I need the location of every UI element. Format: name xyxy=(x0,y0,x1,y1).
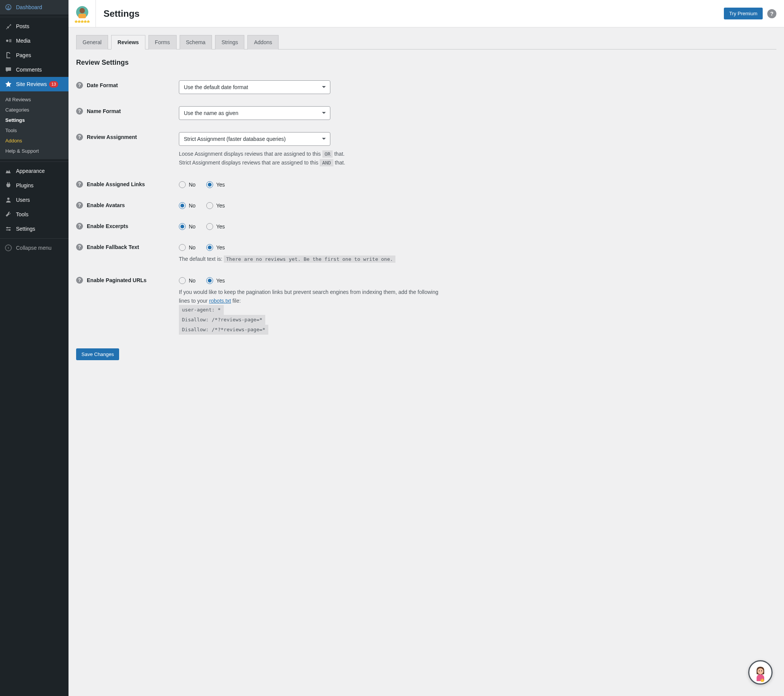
radio-no[interactable]: No xyxy=(179,223,196,230)
radio-no[interactable]: No xyxy=(179,244,196,251)
sidebar-item-posts[interactable]: Posts xyxy=(0,19,69,33)
svg-point-1 xyxy=(7,198,10,200)
collapse-icon xyxy=(5,244,12,252)
sidebar-item-dashboard[interactable]: Dashboard xyxy=(0,0,69,15)
tab-reviews[interactable]: Reviews xyxy=(111,35,145,49)
sidebar-item-label: Media xyxy=(16,38,30,44)
sidebar-item-label: Site Reviews xyxy=(16,81,47,87)
section-title: Review Settings xyxy=(76,59,776,67)
radio-no[interactable]: No xyxy=(179,277,196,284)
help-tooltip-icon[interactable]: ? xyxy=(76,244,83,251)
radio-input-no[interactable] xyxy=(179,223,186,230)
help-tooltip-icon[interactable]: ? xyxy=(76,82,83,89)
try-premium-button[interactable]: Try Premium xyxy=(724,8,763,20)
setting-label: Enable Assigned Links xyxy=(87,181,145,187)
submenu-categories[interactable]: Categories xyxy=(0,105,69,115)
page-title: Settings xyxy=(96,8,724,19)
svg-point-6 xyxy=(79,8,85,13)
radio-input-no[interactable] xyxy=(179,181,186,188)
setting-label: Enable Paginated URLs xyxy=(87,277,147,283)
radio-input-yes[interactable] xyxy=(206,277,213,284)
radio-input-no[interactable] xyxy=(179,244,186,251)
radio-yes[interactable]: Yes xyxy=(206,181,225,188)
radio-yes[interactable]: Yes xyxy=(206,277,225,284)
submenu-all-reviews[interactable]: All Reviews xyxy=(0,94,69,105)
sidebar-item-appearance[interactable]: Appearance xyxy=(0,164,69,178)
help-tooltip-icon[interactable]: ? xyxy=(76,202,83,209)
tab-general[interactable]: General xyxy=(76,35,108,49)
submenu-addons[interactable]: Addons xyxy=(0,135,69,146)
help-tooltip-icon[interactable]: ? xyxy=(76,134,83,140)
setting-enable-avatars: ? Enable Avatars No Yes xyxy=(76,194,776,215)
setting-name-format: ? Name Format Use the name as given xyxy=(76,100,776,126)
radio-input-yes[interactable] xyxy=(206,202,213,209)
sidebar-item-label: Comments xyxy=(16,67,42,73)
sidebar-item-users[interactable]: Users xyxy=(0,193,69,207)
setting-enable-fallback-text: ? Enable Fallback Text No Yes The defaul… xyxy=(76,236,776,270)
tools-icon xyxy=(5,211,12,218)
setting-enable-excerpts: ? Enable Excerpts No Yes xyxy=(76,215,776,236)
sidebar-item-site-reviews[interactable]: Site Reviews 13 xyxy=(0,77,69,91)
tab-strings[interactable]: Strings xyxy=(215,35,245,49)
notification-badge: 13 xyxy=(49,81,58,87)
setting-label: Enable Fallback Text xyxy=(87,244,139,250)
name-format-select[interactable]: Use the name as given xyxy=(179,106,330,120)
radio-input-no[interactable] xyxy=(179,202,186,209)
help-icon[interactable]: ? xyxy=(767,9,776,18)
svg-point-3 xyxy=(9,229,10,231)
plugins-icon xyxy=(5,181,12,189)
submenu-settings[interactable]: Settings xyxy=(0,115,69,125)
radio-no[interactable]: No xyxy=(179,181,196,188)
robots-txt-link[interactable]: robots.txt xyxy=(209,298,231,304)
header-actions: Try Premium ? xyxy=(724,8,784,20)
settings-icon xyxy=(5,225,12,233)
sidebar-item-label: Pages xyxy=(16,52,31,58)
sidebar-item-label: Dashboard xyxy=(16,4,42,10)
date-format-select[interactable]: Use the default date format xyxy=(179,80,330,94)
appearance-icon xyxy=(5,167,12,175)
submenu-tools[interactable]: Tools xyxy=(0,125,69,135)
submenu-help-support[interactable]: Help & Support xyxy=(0,146,69,156)
sidebar-item-media[interactable]: Media xyxy=(0,33,69,48)
sidebar-item-label: Plugins xyxy=(16,182,33,188)
radio-input-yes[interactable] xyxy=(206,181,213,188)
help-tooltip-icon[interactable]: ? xyxy=(76,181,83,188)
sidebar-item-label: Appearance xyxy=(16,168,45,174)
collapse-menu[interactable]: Collapse menu xyxy=(0,241,69,255)
plugin-logo xyxy=(69,0,96,27)
radio-yes[interactable]: Yes xyxy=(206,223,225,230)
review-assignment-select[interactable]: Strict Assignment (faster database queri… xyxy=(179,132,330,146)
setting-label: Enable Avatars xyxy=(87,202,125,208)
sidebar-item-settings[interactable]: Settings xyxy=(0,222,69,236)
radio-no[interactable]: No xyxy=(179,202,196,209)
radio-input-yes[interactable] xyxy=(206,223,213,230)
tab-addons[interactable]: Addons xyxy=(247,35,278,49)
radio-input-no[interactable] xyxy=(179,277,186,284)
page-header: Settings Try Premium ? xyxy=(69,0,784,27)
media-icon xyxy=(5,37,12,45)
radio-yes[interactable]: Yes xyxy=(206,202,225,209)
setting-enable-paginated-urls: ? Enable Paginated URLs No Yes If you wo… xyxy=(76,269,776,341)
help-tooltip-icon[interactable]: ? xyxy=(76,108,83,115)
setting-enable-assigned-links: ? Enable Assigned Links No Yes xyxy=(76,173,776,194)
svg-point-0 xyxy=(6,40,8,42)
help-text: The default text is: There are no review… xyxy=(179,255,445,264)
content-area: General Reviews Forms Schema Strings Add… xyxy=(69,27,784,368)
sidebar-item-pages[interactable]: Pages xyxy=(0,48,69,63)
sidebar-item-label: Settings xyxy=(16,226,35,232)
help-tooltip-icon[interactable]: ? xyxy=(76,277,83,284)
setting-date-format: ? Date Format Use the default date forma… xyxy=(76,74,776,100)
svg-rect-7 xyxy=(78,14,86,18)
sidebar-item-tools[interactable]: Tools xyxy=(0,207,69,222)
setting-label: Review Assignment xyxy=(87,134,137,140)
help-tooltip-icon[interactable]: ? xyxy=(76,223,83,229)
sidebar-item-plugins[interactable]: Plugins xyxy=(0,178,69,193)
sidebar-submenu: All Reviews Categories Settings Tools Ad… xyxy=(0,91,69,159)
save-changes-button[interactable]: Save Changes xyxy=(76,348,119,360)
tab-forms[interactable]: Forms xyxy=(148,35,176,49)
radio-yes[interactable]: Yes xyxy=(206,244,225,251)
sidebar-item-comments[interactable]: Comments xyxy=(0,63,69,77)
tab-schema[interactable]: Schema xyxy=(180,35,212,49)
star-icon xyxy=(5,80,12,88)
radio-input-yes[interactable] xyxy=(206,244,213,251)
